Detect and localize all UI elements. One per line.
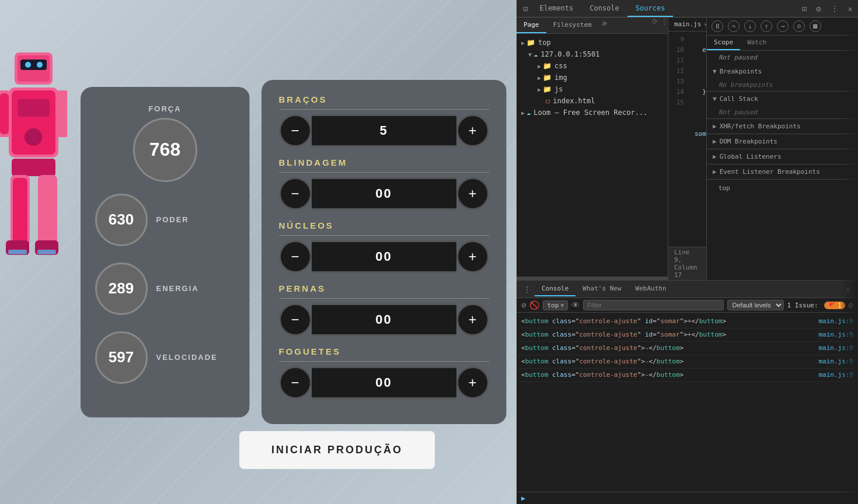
xhr-breakpoints-header[interactable]: ▶ XHR/fetch Breakpoints [707,119,858,134]
console-prompt: ▶ [517,492,858,504]
tree-item-index-html[interactable]: ◻ index.html [517,95,668,107]
levels-dropdown[interactable]: Default levels Verbose Info Warnings Err… [727,300,784,310]
more-options-icon[interactable]: ⋮ [661,18,668,33]
pernas-minus-button[interactable]: − [279,303,312,336]
step-button[interactable]: → [777,20,789,32]
call-stack-top-item: top [707,180,858,197]
blindagem-section: BLINDAGEM − 00 + [279,158,489,210]
nucleos-row: − 00 + [279,240,489,273]
blindagem-minus-button[interactable]: − [279,177,312,210]
file-tree: Page Filesystem » ⟳ ⋮ ▶ 📁 top [517,18,668,280]
velocidade-value: 597 [95,331,148,384]
tree-item-top[interactable]: ▶ 📁 top [517,37,668,48]
svg-rect-14 [13,178,27,242]
console-link-4[interactable]: main.js:9 [818,356,853,367]
foguetes-minus-button[interactable]: − [279,366,312,399]
console-tab-webauthn[interactable]: WebAuthn [629,282,674,296]
bracos-plus-button[interactable]: + [456,114,489,147]
console-code-4: <buttom class="controle-ajuste">-</butto… [521,356,812,367]
nucleos-minus-button[interactable]: − [279,240,312,273]
console-link-5[interactable]: main.js:9 [818,370,853,380]
tree-item-css[interactable]: ▶ 📁 css [517,60,668,72]
console-toolbar: ⊘ 🚫 top ▼ 👁 Default levels Verbose Info … [517,298,858,313]
sync-icon[interactable]: ⟳ [652,18,658,33]
game-area: FORÇA 768 630 PODER 289 ENERGIA 597 VELO… [0,0,517,504]
stats-panel: FORÇA 768 630 PODER 289 ENERGIA 597 VELO… [81,87,250,418]
tree-item-img[interactable]: ▶ 📁 img [517,72,668,83]
clear-console-icon[interactable]: ⊘ [521,300,526,310]
dom-breakpoints-header[interactable]: ▶ DOM Breakpoints [707,134,858,149]
blindagem-plus-button[interactable]: + [456,177,489,210]
code-status-bar: Line 9, Column 17 Coverage: n/a [668,247,706,280]
step-into-button[interactable]: ↓ [744,20,756,32]
context-selector[interactable]: top ▼ [543,300,568,310]
pernas-label: PERNAS [279,284,489,293]
dom-breakpoints-section: ▶ DOM Breakpoints [707,134,858,149]
svg-point-3 [25,62,31,68]
global-listeners-header[interactable]: ▶ Global Listeners [707,149,858,164]
debugger-panel: ⏸ ↷ ↓ ↑ → ⊘ ⏹ Scope Watch Not paused ▼ B… [706,18,858,280]
console-close-button[interactable]: ✕ [842,282,855,296]
breakpoints-content: No breakpoints [707,79,858,91]
pause-exceptions-button[interactable]: ⏹ [810,20,821,32]
devtools-top-bar: ⊡ Elements Console Sources ⊡ ⚙ ⋮ ✕ [517,0,858,18]
dock-icon[interactable]: ⊡ [800,3,809,15]
tab-console[interactable]: Console [581,0,627,17]
step-over-button[interactable]: ↷ [728,20,740,32]
bracos-minus-button[interactable]: − [279,114,312,147]
forca-value: 768 [133,118,197,182]
eye-icon[interactable]: 👁 [571,300,580,310]
tree-item-server[interactable]: ▼ ☁ 127.0.0.1:5501 [517,48,668,60]
tree-item-loom[interactable]: ▶ ☁ Loom – Free Screen Recor... [517,107,668,118]
code-tab-mainjs[interactable]: main.js ✕ [668,18,706,31]
console-tab-console[interactable]: Console [535,282,576,296]
debugger-toolbar: ⏸ ↷ ↓ ↑ → ⊘ ⏹ [707,18,858,36]
settings-icon[interactable]: ⚙ [814,3,823,15]
call-stack-header[interactable]: ▼ Call Stack [707,92,858,106]
console-link-1[interactable]: main.js:9 [818,316,853,327]
more-tabs-icon[interactable]: » [599,18,611,33]
tab-elements[interactable]: Elements [531,0,581,17]
breakpoints-header[interactable]: ▼ Breakpoints [707,64,858,79]
file-tree-tabs: Page Filesystem » ⟳ ⋮ [517,18,668,34]
poder-value: 630 [95,194,148,246]
more-icon[interactable]: ⋮ [828,3,841,15]
nucleos-divider [279,235,489,236]
blindagem-row: − 00 + [279,177,489,210]
not-paused-indicator: Not paused [707,51,858,64]
console-filter-input[interactable] [583,300,723,310]
code-content[interactable]: elemento.addEventListener ("click", cons… [689,32,706,247]
console-settings-icon[interactable]: 🚫 [529,300,539,310]
foguetes-plus-button[interactable]: + [456,366,489,399]
line-col-info: Line 9, Column 17 [674,249,697,279]
pause-button[interactable]: ⏸ [711,20,723,32]
call-stack-section: ▼ Call Stack Not paused [707,92,858,119]
scope-tab[interactable]: Scope [707,36,740,50]
page-tab[interactable]: Page [517,18,546,33]
console-link-2[interactable]: main.js:9 [818,330,853,340]
console-entry-1: <buttom class="controle-ajuste" id="soma… [517,315,858,328]
velocidade-label: VELOCIDADE [156,353,218,362]
console-more-icon[interactable]: ⋮ [519,285,535,294]
console-entry-2: <buttom class="controle-ajuste" id="soma… [517,328,858,342]
console-input[interactable] [529,495,853,502]
watch-tab[interactable]: Watch [740,36,773,50]
step-out-button[interactable]: ↑ [761,20,772,32]
console-code-2: <buttom class="controle-ajuste" id="soma… [521,330,812,340]
issues-badge[interactable]: 🚩 1 [824,302,845,309]
console-link-3[interactable]: main.js:9 [818,343,853,354]
console-entry-4: <buttom class="controle-ajuste">-</butto… [517,355,858,369]
nucleos-plus-button[interactable]: + [456,240,489,273]
start-button[interactable]: INICIAR PRODUÇÃO [239,431,435,469]
tree-item-js[interactable]: ▶ 📁 js [517,83,668,95]
close-icon[interactable]: ✕ [846,3,855,15]
console-gear-icon[interactable]: ⚙ [849,300,853,310]
console-tabs: ⋮ Console What's New WebAuthn ✕ [517,281,858,298]
tab-sources[interactable]: Sources [627,0,674,17]
pointer-icon[interactable]: ⊡ [519,4,531,13]
event-listener-breakpoints-header[interactable]: ▶ Event Listener Breakpoints [707,164,858,179]
console-tab-whatsnew[interactable]: What's New [576,282,628,296]
pernas-plus-button[interactable]: + [456,303,489,336]
filesystem-tab[interactable]: Filesystem [546,18,599,33]
deactivate-button[interactable]: ⊘ [793,20,805,32]
